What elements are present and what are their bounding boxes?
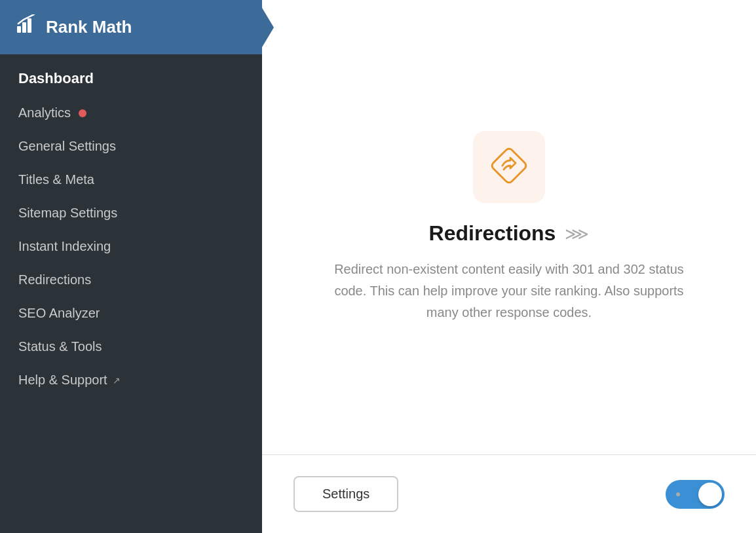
external-link-icon: ↗ xyxy=(113,375,121,386)
sidebar-item-status-tools[interactable]: Status & Tools xyxy=(0,330,262,363)
sidebar-item-label: SEO Analyzer xyxy=(18,306,100,321)
card-icon-wrapper xyxy=(473,131,545,203)
sidebar-item-label: Titles & Meta xyxy=(18,172,94,187)
card-area: Redirections ⋙ Redirect non-existent con… xyxy=(262,0,756,455)
toggle-knob xyxy=(698,483,722,506)
rank-math-logo-icon xyxy=(16,14,37,40)
sidebar-nav: Dashboard Analytics General Settings Tit… xyxy=(0,54,262,533)
svg-rect-0 xyxy=(17,26,21,33)
svg-rect-1 xyxy=(22,22,26,33)
sidebar-item-label: Status & Tools xyxy=(18,339,102,354)
sidebar-item-label: General Settings xyxy=(18,139,116,154)
sidebar-item-label: Help & Support xyxy=(18,373,107,388)
settings-button[interactable]: Settings xyxy=(293,476,398,512)
chevron-up-icon[interactable]: ⋙ xyxy=(565,225,589,242)
sidebar-title: Rank Math xyxy=(46,17,132,37)
sidebar-item-seo-analyzer[interactable]: SEO Analyzer xyxy=(0,297,262,330)
toggle-wrapper[interactable] xyxy=(666,480,725,509)
svg-rect-2 xyxy=(28,18,31,33)
sidebar-item-help-support[interactable]: Help & Support ↗ xyxy=(0,363,262,397)
card-footer: Settings xyxy=(262,455,756,533)
card-title: Redirections xyxy=(429,221,556,246)
sidebar-item-label: Dashboard xyxy=(18,70,94,87)
sidebar-item-instant-indexing[interactable]: Instant Indexing xyxy=(0,230,262,263)
card-title-row: Redirections ⋙ xyxy=(429,221,590,246)
sidebar-item-label: Instant Indexing xyxy=(18,239,111,254)
sidebar-item-dashboard[interactable]: Dashboard xyxy=(0,61,262,96)
sidebar-item-redirections[interactable]: Redirections xyxy=(0,263,262,297)
sidebar-item-label: Redirections xyxy=(18,272,91,287)
redirections-icon xyxy=(491,147,527,187)
sidebar-item-label: Sitemap Settings xyxy=(18,206,117,221)
toggle-dot xyxy=(676,492,680,496)
sidebar-item-label: Analytics xyxy=(18,105,71,120)
sidebar-item-analytics[interactable]: Analytics xyxy=(0,96,262,130)
module-toggle[interactable] xyxy=(666,480,725,509)
sidebar-header[interactable]: Rank Math xyxy=(0,0,262,54)
card-description: Redirect non-existent content easily wit… xyxy=(326,259,692,323)
analytics-badge xyxy=(79,109,86,117)
sidebar-item-titles-meta[interactable]: Titles & Meta xyxy=(0,163,262,196)
sidebar-item-sitemap-settings[interactable]: Sitemap Settings xyxy=(0,196,262,230)
sidebar-item-general-settings[interactable]: General Settings xyxy=(0,130,262,163)
main-content: Redirections ⋙ Redirect non-existent con… xyxy=(262,0,756,533)
sidebar: Rank Math Dashboard Analytics General Se… xyxy=(0,0,262,533)
